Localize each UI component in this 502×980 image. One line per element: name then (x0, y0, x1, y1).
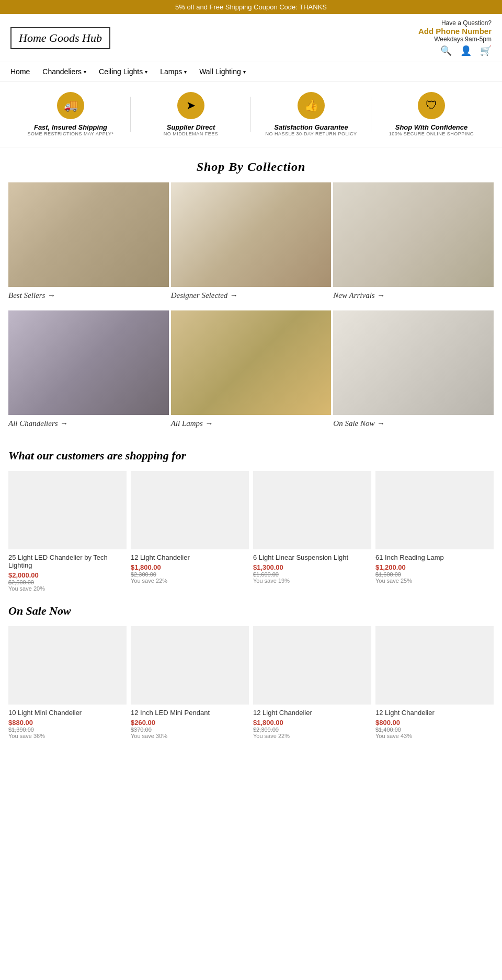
hours-text: Weekdays 9am-5pm (434, 36, 492, 43)
sale-product-img-3 (253, 626, 371, 705)
sale-product-price-4: $800.00 (375, 719, 494, 727)
site-logo[interactable]: Home Goods Hub (10, 27, 110, 49)
sale-product-card-2[interactable]: 12 Inch LED Mini Pendant $260.00 $370.00… (131, 626, 249, 739)
sale-product-savings-1: You save 36% (8, 733, 127, 739)
feature-guarantee: 👍 Satisfaction Guarantee NO HASSLE 30-DA… (251, 92, 371, 136)
header: Home Goods Hub Have a Question? Add Phon… (0, 14, 502, 62)
product-img-3 (253, 471, 371, 549)
sale-product-savings-2: You save 30% (131, 733, 249, 739)
collection-all-chandeliers[interactable]: All Chandeliers → (8, 310, 169, 436)
collection-img-new-arrivals (333, 182, 494, 287)
collection-label-all-lamps: All Lamps → (171, 415, 332, 436)
collection-designer[interactable]: Designer Selected → (171, 182, 332, 308)
question-text: Have a Question? (441, 19, 492, 27)
product-savings-3: You save 19% (253, 578, 371, 584)
nav-home[interactable]: Home (10, 67, 30, 76)
nav-chandeliers-chevron: ▾ (84, 69, 86, 75)
product-card-4[interactable]: 61 Inch Reading Lamp $1,200.00 $1,600.00… (375, 471, 494, 592)
sale-product-savings-4: You save 43% (375, 733, 494, 739)
product-img-2 (131, 471, 249, 549)
header-icons: 🔍 👤 🛒 (418, 45, 492, 56)
banner-text: 5% off and Free Shipping Coupon Code: TH… (175, 3, 327, 11)
product-savings-4: You save 25% (375, 578, 494, 584)
feature-guarantee-title: Satisfaction Guarantee (251, 123, 371, 131)
on-sale-section: On Sale Now 10 Light Mini Chandelier $88… (0, 592, 502, 756)
nav-wall-lighting-label: Wall Lighting (199, 67, 241, 76)
product-name-1: 25 Light LED Chandelier by Tech Lighting (8, 554, 127, 569)
sale-product-original-1: $1,390.00 (8, 727, 127, 733)
sale-product-img-4 (375, 626, 494, 705)
shipping-icon: 🚚 (57, 92, 84, 119)
collection-img-all-lamps (171, 310, 332, 415)
feature-supplier: ➤ Supplier Direct NO MIDDLEMAN FEES (131, 92, 251, 136)
product-savings-1: You save 20% (8, 585, 127, 592)
collection-all-lamps[interactable]: All Lamps → (171, 310, 332, 436)
sale-product-original-2: $370.00 (131, 727, 249, 733)
sale-product-price-1: $880.00 (8, 719, 127, 727)
nav-chandeliers-label: Chandeliers (42, 67, 82, 76)
sale-product-savings-3: You save 22% (253, 733, 371, 739)
product-img-4 (375, 471, 494, 549)
collection-new-arrivals[interactable]: New Arrivals → (333, 182, 494, 308)
cart-icon[interactable]: 🛒 (480, 45, 492, 56)
user-icon[interactable]: 👤 (460, 45, 472, 56)
product-price-2: $1,800.00 (131, 563, 249, 571)
collection-label-on-sale: On Sale Now → (333, 415, 494, 436)
product-card-3[interactable]: 6 Light Linear Suspension Light $1,300.0… (253, 471, 371, 592)
guarantee-icon: 👍 (298, 92, 325, 119)
nav-wall-lighting[interactable]: Wall Lighting ▾ (199, 67, 246, 76)
collection-grid: Best Sellers → Designer Selected → New A… (0, 182, 502, 436)
supplier-icon: ➤ (177, 92, 204, 119)
product-card-1[interactable]: 25 Light LED Chandelier by Tech Lighting… (8, 471, 127, 592)
product-price-4: $1,200.00 (375, 563, 494, 571)
nav-lamps-label: Lamps (160, 67, 182, 76)
sale-product-original-3: $2,300.00 (253, 727, 371, 733)
search-icon[interactable]: 🔍 (440, 45, 452, 56)
nav-lamps[interactable]: Lamps ▾ (160, 67, 187, 76)
product-price-1: $2,000.00 (8, 571, 127, 579)
product-original-3: $1,600.00 (253, 571, 371, 578)
product-card-2[interactable]: 12 Light Chandelier $1,800.00 $2,300.00 … (131, 471, 249, 592)
main-nav: Home Chandeliers ▾ Ceiling Lights ▾ Lamp… (0, 62, 502, 82)
shopping-section: What our customers are shopping for 25 L… (0, 436, 502, 592)
nav-chandeliers[interactable]: Chandeliers ▾ (42, 67, 86, 76)
product-name-3: 6 Light Linear Suspension Light (253, 554, 371, 561)
confidence-icon: 🛡 (418, 92, 445, 119)
sale-product-card-1[interactable]: 10 Light Mini Chandelier $880.00 $1,390.… (8, 626, 127, 739)
product-name-2: 12 Light Chandelier (131, 554, 249, 561)
product-name-4: 61 Inch Reading Lamp (375, 554, 494, 561)
sale-product-name-4: 12 Light Chandelier (375, 709, 494, 717)
product-price-3: $1,300.00 (253, 563, 371, 571)
sale-product-price-2: $260.00 (131, 719, 249, 727)
collection-img-best-sellers (8, 182, 169, 287)
sale-product-price-3: $1,800.00 (253, 719, 371, 727)
feature-supplier-title: Supplier Direct (131, 123, 251, 131)
on-sale-section-title: On Sale Now (8, 604, 494, 618)
product-original-1: $2,500.00 (8, 579, 127, 585)
collection-label-best-sellers: Best Sellers → (8, 287, 169, 308)
collection-img-on-sale (333, 310, 494, 415)
nav-lamps-chevron: ▾ (184, 69, 187, 75)
nav-home-label: Home (10, 67, 30, 76)
product-original-2: $2,300.00 (131, 571, 249, 578)
feature-shipping: 🚚 Fast, Insured Shipping SOME RESTRICTIO… (10, 92, 131, 136)
feature-supplier-sub: NO MIDDLEMAN FEES (131, 131, 251, 136)
sale-product-card-3[interactable]: 12 Light Chandelier $1,800.00 $2,300.00 … (253, 626, 371, 739)
shopping-section-title: What our customers are shopping for (8, 449, 494, 463)
on-sale-products-grid: 10 Light Mini Chandelier $880.00 $1,390.… (8, 626, 494, 739)
feature-shipping-sub: SOME RESTRICTIONS MAY APPLY* (10, 131, 131, 136)
top-banner: 5% off and Free Shipping Coupon Code: TH… (0, 0, 502, 14)
feature-confidence: 🛡 Shop With Confidence 100% SECURE ONLIN… (371, 92, 492, 136)
collection-best-sellers[interactable]: Best Sellers → (8, 182, 169, 308)
sale-product-name-3: 12 Light Chandelier (253, 709, 371, 717)
collection-on-sale[interactable]: On Sale Now → (333, 310, 494, 436)
phone-link[interactable]: Add Phone Number (418, 27, 492, 36)
sale-product-card-4[interactable]: 12 Light Chandelier $800.00 $1,400.00 Yo… (375, 626, 494, 739)
header-contact: Have a Question? Add Phone Number Weekda… (418, 19, 492, 56)
product-original-4: $1,600.00 (375, 571, 494, 578)
nav-ceiling-lights[interactable]: Ceiling Lights ▾ (99, 67, 147, 76)
collection-img-all-chandeliers (8, 310, 169, 415)
nav-ceiling-lights-chevron: ▾ (145, 69, 147, 75)
product-img-1 (8, 471, 127, 549)
features-bar: 🚚 Fast, Insured Shipping SOME RESTRICTIO… (0, 82, 502, 147)
